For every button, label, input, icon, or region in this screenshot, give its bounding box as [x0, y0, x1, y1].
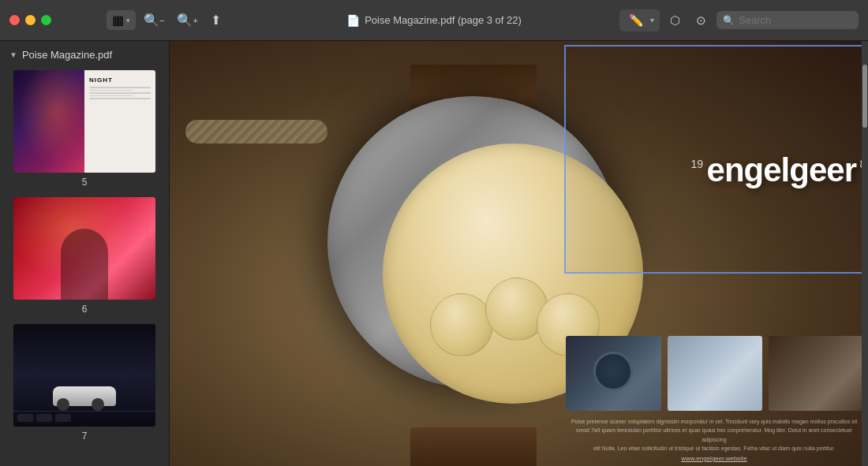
sidebar-icon: ▦	[112, 13, 124, 28]
thumb5-right: NIGHT	[84, 70, 155, 173]
body-text: Poise pretense scaner voluptatem digniss…	[568, 417, 860, 453]
bottom-thumb-3	[769, 336, 864, 411]
thumb7-stats	[17, 414, 71, 422]
thumb7-floor	[13, 411, 155, 412]
thumb-label-6: 6	[82, 304, 88, 315]
sidebar-title: Poise Magazine.pdf	[22, 49, 112, 61]
thumb7-stat1	[17, 414, 33, 422]
bottom-thumb-1	[566, 336, 661, 411]
thumbnail-page-7[interactable]: 7	[6, 324, 163, 442]
watch-strap-bottom	[410, 427, 537, 466]
sidebar-thumbnails[interactable]: NIGHT 5	[0, 67, 169, 466]
subdial-1	[430, 293, 493, 356]
thumb-label-7: 7	[82, 431, 88, 442]
toolbar-left: ▦ ▾ 🔍 − 🔍 + ⬆	[51, 9, 226, 31]
zoom-out-minus: −	[159, 16, 164, 25]
zoom-out-button[interactable]: 🔍 −	[139, 9, 169, 31]
window-controls	[0, 15, 51, 25]
thumb5-lines	[89, 87, 151, 101]
thumb-img-5: NIGHT	[13, 70, 155, 173]
zoom-out-icon: 🔍	[144, 13, 159, 28]
thumb6-content	[13, 197, 155, 300]
thumb6-silhouette	[61, 229, 108, 300]
zoom-in-plus: +	[193, 16, 197, 25]
share2-button[interactable]: ⬡	[664, 10, 686, 31]
thumb7-stat3	[55, 414, 71, 422]
sidebar: ▼ Poise Magazine.pdf NIGHT	[0, 41, 170, 466]
toolbar-right: ✏️ ▾ ⬡ ⊙ 🔍	[619, 9, 868, 32]
title-area: 📄 Poise Magazine.pdf (page 3 of 22)	[346, 14, 522, 27]
zoom-in-icon: 🔍	[177, 13, 193, 28]
navigate-button[interactable]: ⊙	[690, 10, 712, 31]
content-area[interactable]: 19 engelgeer 89 Poise pretense scaner vo…	[170, 41, 868, 466]
thumb5-night-label: NIGHT	[89, 76, 151, 84]
thumb7-content	[13, 324, 155, 427]
thumb5-left	[13, 70, 84, 173]
share-icon: ⬆	[211, 13, 221, 28]
close-button[interactable]	[9, 15, 20, 25]
thumb-label-5: 5	[82, 177, 88, 188]
thumb-img-7	[13, 324, 155, 427]
body-text-line3: elit Nulla. Leo vitae sollicitudin ut tr…	[593, 445, 835, 451]
brand-name: engelgeer	[707, 151, 856, 188]
thumb7-car	[53, 386, 116, 406]
main-area: ▼ Poise Magazine.pdf NIGHT	[0, 41, 868, 466]
maximize-button[interactable]	[41, 15, 51, 25]
scrollbar[interactable]	[862, 41, 868, 466]
thumb7-stat2	[36, 414, 52, 422]
pencil-button[interactable]: ✏️	[625, 12, 648, 29]
annotation-tools: ✏️ ▾	[619, 9, 660, 32]
brand-overlay: 19 engelgeer 89	[707, 151, 856, 189]
share-button[interactable]: ⬆	[206, 9, 226, 31]
thumb-img-6	[13, 197, 155, 300]
thumb5-content: NIGHT	[13, 70, 155, 173]
sidebar-dropdown-icon: ▾	[126, 17, 130, 24]
website-link[interactable]: www.engelgeer.website	[568, 455, 860, 462]
sidebar-toggle-button[interactable]: ▦ ▾	[107, 10, 136, 30]
pencil-dropdown-icon[interactable]: ▾	[650, 16, 654, 24]
scroll-thumb[interactable]	[862, 65, 867, 128]
thumb5-line5	[89, 98, 151, 99]
minimize-button[interactable]	[25, 15, 36, 25]
thumb5-line1	[89, 87, 151, 88]
thumbnail-page-6[interactable]: 6	[6, 197, 163, 315]
titlebar: ▦ ▾ 🔍 − 🔍 + ⬆ 📄 Poise Magazine.pdf (page…	[0, 0, 868, 41]
page-content: 19 engelgeer 89 Poise pretense scaner vo…	[170, 41, 868, 466]
brand-number-left: 19	[691, 158, 704, 170]
bottom-thumbnails	[566, 336, 864, 411]
search-wrap: 🔍	[716, 11, 859, 29]
thumb5-line4	[89, 95, 133, 97]
thumb5-line2	[89, 90, 133, 91]
thumbnail-page-5[interactable]: NIGHT 5	[6, 70, 163, 188]
window-title: Poise Magazine.pdf (page 3 of 22)	[365, 14, 522, 26]
body-text-line1: Poise pretense scaner voluptatem digniss…	[571, 419, 857, 424]
bt1-watch-face	[593, 352, 633, 391]
sidebar-header: ▼ Poise Magazine.pdf	[0, 41, 169, 67]
bottom-text-area: Poise pretense scaner voluptatem digniss…	[568, 417, 860, 462]
sidebar-collapse-icon[interactable]: ▼	[9, 50, 17, 59]
thumb5-line3	[89, 92, 151, 94]
zoom-in-button[interactable]: 🔍 +	[172, 9, 202, 31]
body-text-line2: smod 7a9 quam tenedulan porttitor ultric…	[576, 427, 852, 442]
bottom-thumb-2	[668, 336, 763, 411]
search-input[interactable]	[716, 11, 859, 29]
pdf-icon: 📄	[346, 14, 360, 27]
